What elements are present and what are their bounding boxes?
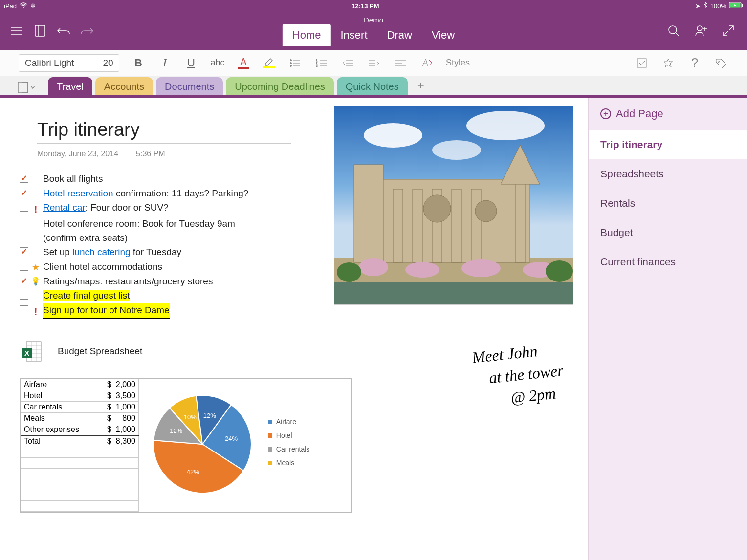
todo-text[interactable]: Hotel conference room: Book for Tuesday …: [43, 217, 258, 245]
add-page-button[interactable]: + Add Page: [589, 98, 747, 130]
star-icon: ★: [32, 261, 40, 274]
table-row: Car rentals$ 1,000: [21, 402, 139, 413]
svg-rect-67: [413, 189, 422, 262]
svg-point-77: [337, 262, 361, 282]
checkbox-icon[interactable]: [20, 305, 28, 314]
checkbox-icon[interactable]: [20, 277, 28, 285]
page-list-item[interactable]: Spreadsheets: [589, 159, 747, 189]
notebook-dropdown-icon[interactable]: [15, 80, 39, 95]
svg-text:12%: 12%: [203, 412, 216, 419]
strikethrough-button[interactable]: abc: [210, 56, 225, 70]
font-color-button[interactable]: A: [237, 56, 250, 70]
svg-rect-69: [452, 189, 461, 262]
tag-button[interactable]: [714, 56, 728, 70]
section-tab-deadlines[interactable]: Upcoming Deadlines: [226, 77, 334, 95]
section-tab-accounts[interactable]: Accounts: [95, 77, 153, 95]
page-time: 5:36 PM: [136, 150, 165, 158]
panel-icon[interactable]: [33, 24, 47, 38]
redo-icon[interactable]: [80, 24, 94, 38]
font-size[interactable]: 20: [97, 55, 119, 71]
svg-point-78: [546, 260, 573, 282]
svg-point-71: [423, 195, 451, 222]
highlight-button[interactable]: [262, 56, 276, 70]
bulb-icon: 💡: [31, 276, 41, 287]
section-tab-travel[interactable]: Travel: [48, 77, 92, 95]
table-row: Hotel$ 3,500: [21, 390, 139, 402]
important-icon: !: [34, 304, 38, 319]
checkbox-icon[interactable]: [20, 203, 28, 212]
bluetooth-icon: [703, 2, 707, 10]
svg-point-57: [364, 123, 422, 148]
svg-point-75: [461, 259, 501, 277]
svg-point-59: [432, 140, 481, 160]
styles-label[interactable]: Styles: [446, 58, 470, 68]
svg-text:42%: 42%: [187, 468, 199, 475]
svg-point-74: [405, 262, 439, 278]
embedded-spreadsheet[interactable]: Airfare$ 2,000 Hotel$ 3,500 Car rentals$…: [20, 378, 352, 513]
svg-point-39: [718, 61, 720, 62]
align-button[interactable]: [393, 56, 408, 70]
handwriting-ink[interactable]: Meet John at the tower @ 2pm: [471, 338, 567, 412]
checkbox-icon[interactable]: [20, 247, 28, 256]
question-tag-button[interactable]: ?: [687, 56, 702, 70]
undo-icon[interactable]: [57, 24, 70, 38]
todo-text[interactable]: Sign up for tour of Notre Dame: [43, 303, 569, 320]
tab-insert[interactable]: Insert: [331, 24, 377, 46]
page-list-item[interactable]: Trip itinerary: [589, 130, 747, 159]
section-tab-bar: Travel Accounts Documents Upcoming Deadl…: [0, 76, 747, 98]
outdent-button[interactable]: [340, 56, 355, 70]
table-row-total: Total$ 8,300: [21, 435, 139, 447]
location-icon: ➤: [695, 2, 701, 10]
styles-icon[interactable]: [419, 56, 434, 70]
add-section-button[interactable]: +: [411, 76, 431, 95]
page-list-item[interactable]: Current finances: [589, 247, 747, 277]
format-toolbar: Calibri Light 20 B I U abc A 123 Styles …: [0, 50, 747, 76]
numbering-button[interactable]: 123: [314, 56, 329, 70]
svg-text:10%: 10%: [184, 413, 197, 421]
section-tab-documents[interactable]: Documents: [156, 77, 223, 95]
page-list-item[interactable]: Rentals: [589, 189, 747, 218]
note-canvas[interactable]: Trip itinerary Monday, June 23, 2014 5:3…: [0, 98, 588, 560]
indent-button[interactable]: [367, 56, 381, 70]
tab-draw[interactable]: Draw: [377, 24, 422, 46]
checkbox-icon[interactable]: [20, 291, 28, 300]
bold-button[interactable]: B: [131, 56, 146, 70]
share-person-icon[interactable]: [694, 24, 708, 38]
svg-line-10: [676, 33, 679, 36]
pie-chart: 24%42%12%10%12% AirfareHotelCar rentalsM…: [139, 379, 319, 512]
excel-file-icon[interactable]: X: [22, 340, 43, 363]
notre-dame-photo[interactable]: [334, 106, 573, 305]
budget-table[interactable]: Airfare$ 2,000 Hotel$ 3,500 Car rentals$…: [21, 379, 139, 512]
section-tab-quick[interactable]: Quick Notes: [337, 77, 408, 95]
checkbox-tag-button[interactable]: [635, 56, 649, 70]
svg-point-58: [466, 111, 545, 140]
svg-text:24%: 24%: [225, 435, 238, 442]
svg-point-73: [359, 258, 388, 276]
svg-rect-40: [18, 82, 28, 93]
font-picker[interactable]: Calibri Light 20: [19, 54, 119, 72]
svg-rect-3: [742, 4, 743, 7]
ribbon-tabs: Home Insert Draw View: [283, 25, 464, 46]
hamburger-icon[interactable]: [10, 24, 23, 38]
tab-view[interactable]: View: [422, 24, 464, 46]
document-name: Demo: [364, 16, 383, 24]
checkbox-icon[interactable]: [20, 174, 28, 183]
loading-icon: ✲: [30, 2, 36, 10]
star-tag-button[interactable]: [661, 56, 676, 70]
table-row: Airfare$ 2,000: [21, 379, 139, 390]
svg-point-18: [290, 62, 292, 64]
tab-home[interactable]: Home: [283, 24, 331, 46]
font-name[interactable]: Calibri Light: [19, 55, 97, 71]
battery-pct: 100%: [710, 2, 726, 10]
checkbox-icon[interactable]: [20, 189, 28, 197]
search-icon[interactable]: [667, 24, 681, 38]
underline-button[interactable]: U: [184, 56, 198, 70]
bullets-button[interactable]: [287, 56, 302, 70]
italic-button[interactable]: I: [157, 56, 172, 70]
svg-point-20: [290, 65, 292, 66]
plus-circle-icon: +: [600, 108, 611, 119]
checkbox-icon[interactable]: [20, 262, 28, 271]
page-list-item[interactable]: Budget: [589, 218, 747, 247]
app-header: Demo Home Insert Draw View: [0, 12, 747, 50]
fullscreen-icon[interactable]: [722, 24, 735, 38]
